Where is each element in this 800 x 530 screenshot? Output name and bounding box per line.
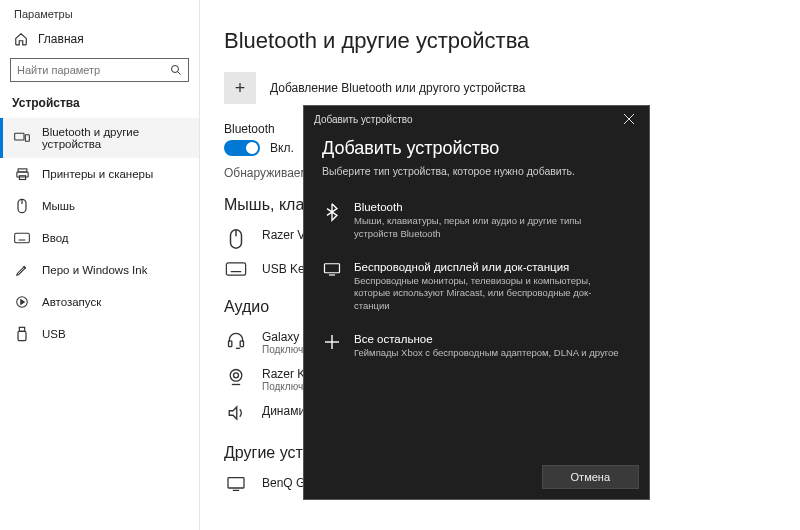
mouse-icon	[224, 228, 248, 250]
option-desc: Геймпады Xbox с беспроводным адаптером, …	[354, 347, 619, 360]
dialog-titlebar: Добавить устройство	[304, 106, 649, 132]
usb-icon	[14, 326, 30, 342]
display-icon	[322, 261, 342, 313]
add-device-dialog: Добавить устройство Добавить устройство …	[303, 105, 650, 500]
search-icon	[170, 64, 182, 76]
mouse-icon	[14, 198, 30, 214]
option-bluetooth[interactable]: Bluetooth Мыши, клавиатуры, перья или ау…	[322, 191, 631, 251]
page-title: Bluetooth и другие устройства	[224, 0, 776, 72]
dialog-titlebar-text: Добавить устройство	[314, 114, 413, 125]
add-device-label: Добавление Bluetooth или другого устройс…	[270, 81, 525, 95]
speaker-icon	[224, 404, 248, 422]
sidebar-item-typing[interactable]: Ввод	[0, 222, 199, 254]
webcam-icon	[224, 367, 248, 387]
bluetooth-icon	[322, 201, 342, 241]
keyboard-icon	[14, 230, 30, 246]
sidebar-item-label: Мышь	[42, 200, 75, 212]
sidebar-item-autoplay[interactable]: Автозапуск	[0, 286, 199, 318]
sidebar-group-label: Устройства	[0, 92, 199, 118]
option-title: Беспроводной дисплей или док-станция	[354, 261, 624, 273]
svg-rect-3	[25, 135, 29, 142]
sidebar-item-printers[interactable]: Принтеры и сканеры	[0, 158, 199, 190]
svg-marker-15	[21, 300, 24, 305]
autoplay-icon	[14, 294, 30, 310]
svg-rect-22	[229, 341, 232, 347]
sidebar-item-label: Перо и Windows Ink	[42, 264, 147, 276]
cancel-button[interactable]: Отмена	[542, 465, 639, 489]
printer-icon	[14, 166, 30, 182]
option-title: Bluetooth	[354, 201, 624, 213]
dialog-heading: Добавить устройство	[322, 138, 631, 159]
sidebar-item-pen[interactable]: Перо и Windows Ink	[0, 254, 199, 286]
sidebar-item-home[interactable]: Главная	[0, 26, 199, 52]
svg-rect-31	[325, 263, 340, 272]
svg-point-24	[230, 370, 242, 382]
sidebar-item-label: Ввод	[42, 232, 69, 244]
svg-point-25	[234, 373, 239, 378]
svg-line-1	[178, 72, 181, 75]
keyboard-icon	[224, 262, 248, 276]
devices-icon	[14, 130, 30, 146]
home-icon	[14, 32, 28, 46]
sidebar-item-usb[interactable]: USB	[0, 318, 199, 350]
option-title: Все остальное	[354, 333, 619, 345]
monitor-icon	[224, 476, 248, 492]
search-field[interactable]	[17, 64, 170, 76]
option-desc: Беспроводные мониторы, телевизоры и комп…	[354, 275, 624, 313]
svg-rect-27	[228, 478, 244, 488]
svg-rect-6	[19, 175, 25, 179]
svg-rect-9	[15, 233, 30, 242]
pen-icon	[14, 262, 30, 278]
sidebar: Параметры Главная Устройства Bluetooth и…	[0, 0, 200, 530]
plus-icon	[322, 333, 342, 360]
sidebar-item-label: Принтеры и сканеры	[42, 168, 153, 180]
sidebar-item-mouse[interactable]: Мышь	[0, 190, 199, 222]
close-button[interactable]	[617, 107, 641, 131]
svg-marker-26	[229, 407, 237, 419]
home-label: Главная	[38, 32, 84, 46]
svg-rect-23	[240, 341, 243, 347]
sidebar-item-bluetooth[interactable]: Bluetooth и другие устройства	[0, 118, 199, 158]
svg-rect-17	[18, 331, 26, 340]
option-desc: Мыши, клавиатуры, перья или аудио и друг…	[354, 215, 624, 241]
plus-icon: +	[224, 72, 256, 104]
dialog-hint: Выберите тип устройства, которое нужно д…	[322, 165, 631, 177]
sidebar-item-label: Bluetooth и другие устройства	[42, 126, 199, 150]
svg-rect-20	[226, 263, 245, 275]
svg-rect-2	[15, 133, 24, 140]
sidebar-item-label: USB	[42, 328, 66, 340]
option-everything-else[interactable]: Все остальное Геймпады Xbox с беспроводн…	[322, 323, 631, 370]
sidebar-item-label: Автозапуск	[42, 296, 101, 308]
option-wireless-display[interactable]: Беспроводной дисплей или док-станция Бес…	[322, 251, 631, 323]
svg-point-0	[172, 66, 179, 73]
toggle-label: Вкл.	[270, 141, 294, 155]
headset-icon	[224, 330, 248, 350]
window-title: Параметры	[0, 6, 199, 26]
add-device-button[interactable]: + Добавление Bluetooth или другого устро…	[224, 72, 776, 104]
bluetooth-toggle[interactable]	[224, 140, 260, 156]
search-input[interactable]	[10, 58, 189, 82]
